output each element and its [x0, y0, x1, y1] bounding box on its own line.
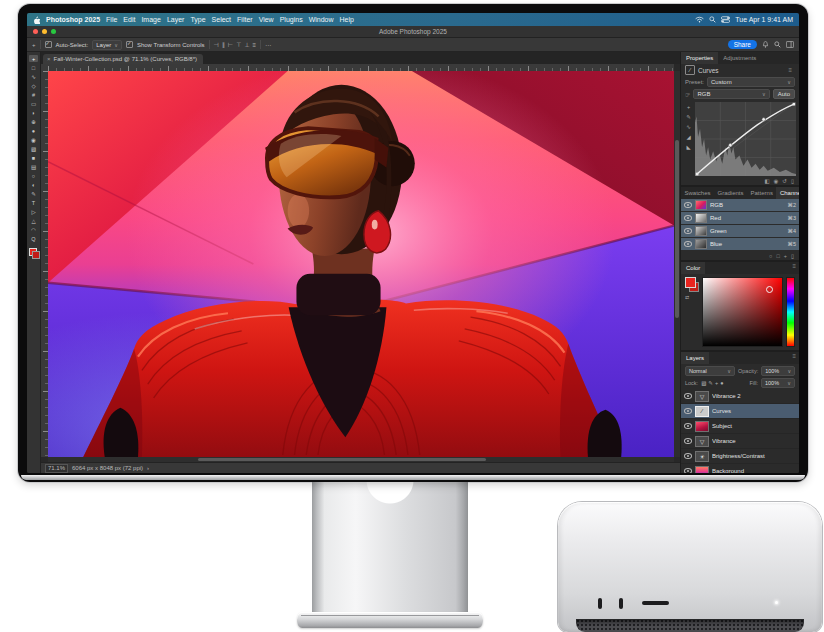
layer-thumbnail[interactable]: ▽ — [695, 436, 709, 447]
type-tool[interactable]: T — [29, 199, 38, 206]
show-transform-checkbox[interactable] — [126, 41, 133, 48]
distribute-icon[interactable]: ≡ — [253, 42, 257, 48]
reset-icon[interactable]: ↺ — [782, 178, 787, 184]
auto-select-checkbox[interactable] — [45, 41, 52, 48]
pen-tool[interactable]: ✎ — [29, 190, 38, 197]
menu-app-name[interactable]: Photoshop 2025 — [46, 16, 100, 23]
layer-thumbnail[interactable] — [695, 466, 709, 474]
lock-position-icon[interactable]: + — [715, 380, 718, 386]
visibility-icon[interactable]: ◉ — [774, 178, 779, 184]
panel-menu-icon[interactable]: ≡ — [789, 262, 799, 274]
lock-transparency-icon[interactable]: ▨ — [701, 380, 706, 386]
panel-tab[interactable]: Gradients — [714, 187, 747, 199]
channel-row-item[interactable]: Blue ⌘5 — [681, 238, 799, 250]
clone-stamp-tool[interactable]: ◉ — [29, 136, 38, 143]
layer-visibility-eye-icon[interactable] — [684, 438, 692, 444]
visibility-eye-icon[interactable] — [684, 215, 692, 221]
layer-thumbnail[interactable]: ☀ — [695, 451, 709, 462]
menu-item[interactable]: Plugins — [280, 16, 303, 23]
shape-tool[interactable]: △ — [29, 217, 38, 224]
auto-select-dropdown[interactable]: Layer — [92, 40, 122, 50]
layer-thumbnail[interactable] — [695, 421, 709, 432]
menu-item[interactable]: File — [106, 16, 117, 23]
vertical-scrollbar[interactable] — [674, 71, 680, 457]
hue-slider[interactable] — [786, 277, 795, 347]
panel-menu-icon[interactable]: ≡ — [789, 352, 799, 364]
eraser-tool[interactable]: ■ — [29, 154, 38, 161]
curves-graph[interactable] — [695, 102, 796, 176]
more-options-icon[interactable]: ⋯ — [265, 42, 271, 48]
crop-tool[interactable]: # — [29, 91, 38, 98]
healing-brush-tool[interactable]: ⊕ — [29, 118, 38, 125]
layer-row[interactable]: ☀ Brightness/Contrast — [681, 449, 799, 464]
menu-item[interactable]: Help — [340, 16, 354, 23]
color-chips[interactable] — [29, 248, 39, 258]
menu-item[interactable]: View — [259, 16, 274, 23]
menu-item[interactable]: Edit — [123, 16, 135, 23]
background-color-chip[interactable] — [32, 251, 40, 259]
menu-item[interactable]: Filter — [237, 16, 253, 23]
menu-item[interactable]: Type — [190, 16, 205, 23]
lock-pixels-icon[interactable]: ✎ — [708, 380, 713, 386]
black-point-eyedropper-icon[interactable]: ◢ — [686, 134, 690, 140]
draw-curve-icon[interactable]: ✎ — [686, 114, 691, 120]
notifications-bell-icon[interactable] — [762, 41, 769, 48]
smooth-curve-icon[interactable]: ∿ — [686, 124, 691, 130]
layer-visibility-eye-icon[interactable] — [684, 393, 692, 399]
panel-tab[interactable]: Channels — [776, 187, 799, 199]
delete-adjustment-icon[interactable]: ▯ — [791, 178, 794, 184]
panel-menu-icon[interactable]: ≡ — [785, 66, 795, 74]
share-button[interactable]: Share — [728, 40, 757, 49]
menu-item[interactable]: Image — [141, 16, 160, 23]
canvas-artwork[interactable] — [48, 71, 674, 457]
panel-tab[interactable]: Patterns — [747, 187, 776, 199]
menu-clock[interactable]: Tue Apr 1 9:41 AM — [735, 16, 793, 23]
foreground-color-swatch[interactable] — [685, 277, 696, 288]
panel-tab[interactable]: Properties — [681, 52, 718, 64]
swap-colors-icon[interactable]: ⇄ — [685, 294, 689, 300]
layer-visibility-eye-icon[interactable] — [684, 453, 692, 459]
fill-dropdown[interactable]: 100% — [761, 378, 795, 388]
channel-row-item[interactable]: RGB ⌘2 — [681, 199, 799, 211]
channel-dropdown[interactable]: RGB — [693, 89, 769, 99]
control-center-icon[interactable] — [721, 16, 730, 23]
history-brush-tool[interactable]: ▨ — [29, 145, 38, 152]
layer-row[interactable]: Subject — [681, 419, 799, 434]
channel-row-item[interactable]: Green ⌘4 — [681, 225, 799, 237]
white-point-eyedropper-icon[interactable]: ◣ — [686, 144, 690, 150]
lock-all-icon[interactable]: ● — [720, 380, 723, 386]
blend-mode-dropdown[interactable]: Normal — [685, 366, 735, 376]
align-bottom-icon[interactable]: ⊥ — [244, 42, 249, 48]
canvas[interactable] — [48, 71, 674, 457]
opacity-dropdown[interactable]: 100% — [761, 366, 795, 376]
load-selection-icon[interactable]: ○ — [769, 253, 772, 259]
workspace-switcher-icon[interactable] — [786, 41, 794, 48]
apple-menu-icon[interactable] — [33, 16, 40, 24]
horizontal-scrollbar[interactable] — [48, 457, 674, 462]
clip-to-layer-icon[interactable]: ◧ — [764, 178, 769, 184]
edit-points-icon[interactable]: + — [687, 104, 690, 110]
new-channel-icon[interactable]: + — [784, 253, 787, 259]
channel-row-item[interactable]: Red ⌘3 — [681, 212, 799, 224]
layer-visibility-eye-icon[interactable] — [684, 423, 692, 429]
auto-button[interactable]: Auto — [773, 89, 795, 99]
gradient-tool[interactable]: ▤ — [29, 163, 38, 170]
visibility-eye-icon[interactable] — [684, 241, 692, 247]
object-selection-tool[interactable]: ◇ — [29, 82, 38, 89]
move-tool[interactable]: + — [29, 55, 38, 62]
layer-row[interactable]: ∕ Curves — [681, 404, 799, 419]
path-selection-tool[interactable]: ▷ — [29, 208, 38, 215]
document-tab[interactable]: × Fall-Winter-Collection.psd @ 71.1% (Cu… — [43, 54, 203, 64]
layer-visibility-eye-icon[interactable] — [684, 468, 692, 473]
align-left-icon[interactable]: ⊣ — [214, 42, 219, 48]
preset-dropdown[interactable]: Custom — [707, 77, 795, 87]
layer-row[interactable]: ▽ Vibrance 2 — [681, 389, 799, 404]
color-picker-cursor[interactable] — [766, 286, 773, 293]
delete-channel-icon[interactable]: ▯ — [791, 253, 794, 259]
layer-thumbnail[interactable]: ∕ — [695, 406, 709, 417]
panel-tab[interactable]: Adjustments — [718, 52, 761, 64]
save-selection-icon[interactable]: □ — [776, 253, 779, 259]
align-center-icon[interactable]: ∥ — [222, 42, 225, 48]
align-right-icon[interactable]: ⊢ — [228, 42, 233, 48]
wifi-icon[interactable] — [695, 16, 704, 23]
